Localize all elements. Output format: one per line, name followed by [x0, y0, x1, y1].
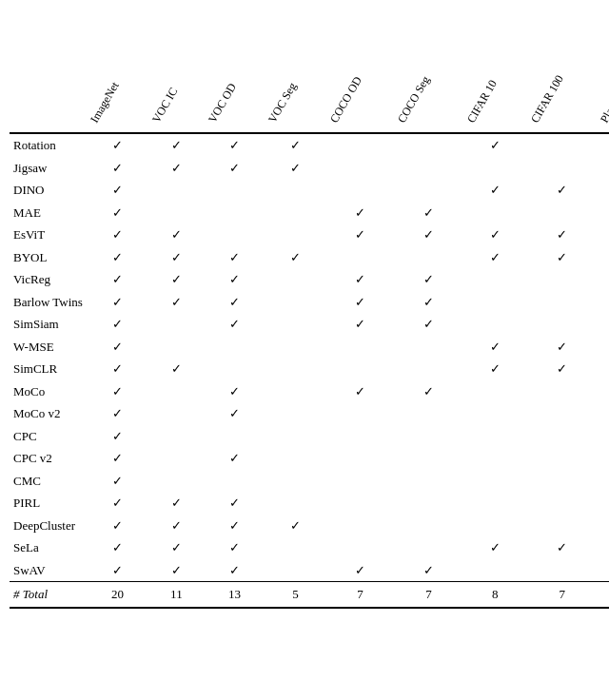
- checkmark-icon: ✓: [490, 183, 501, 197]
- checkmark-icon: ✓: [229, 161, 240, 175]
- method-label-byol: BYOL: [10, 246, 87, 269]
- cell-4-0: ✓: [87, 224, 148, 246]
- checkmark-icon: ✓: [355, 317, 365, 331]
- checkmark-icon: ✓: [557, 227, 567, 242]
- cell-13-8: [597, 425, 609, 448]
- cell-1-0: ✓: [87, 157, 148, 180]
- checkmark-icon: ✓: [423, 205, 434, 220]
- cell-10-5: [394, 358, 462, 380]
- cell-15-2: [205, 470, 265, 493]
- table-row: CMC✓: [10, 470, 609, 493]
- table-row: W-MSE✓✓✓: [10, 336, 609, 359]
- cell-10-0: ✓: [87, 358, 148, 380]
- cell-16-1: ✓: [148, 492, 204, 515]
- cell-6-1: ✓: [148, 268, 204, 291]
- checkmark-icon: ✓: [112, 183, 123, 197]
- cell-16-3: [265, 492, 325, 515]
- checkmark-icon: ✓: [355, 384, 365, 399]
- checkmark-icon: ✓: [490, 540, 501, 554]
- cell-10-1: ✓: [148, 358, 204, 380]
- checkmark-icon: ✓: [423, 272, 434, 286]
- cell-2-6: ✓: [463, 179, 527, 202]
- checkmark-icon: ✓: [490, 227, 501, 242]
- cell-5-2: ✓: [205, 246, 265, 269]
- method-label-w-mse: W-MSE: [10, 336, 87, 359]
- cell-8-7: [527, 313, 597, 336]
- checkmark-icon: ✓: [171, 496, 182, 510]
- total-value-2: 13: [205, 582, 265, 608]
- method-label-pirl: PIRL: [10, 492, 87, 515]
- checkmark-icon: ✓: [112, 451, 123, 465]
- checkmark-icon: ✓: [112, 272, 123, 286]
- cell-7-1: ✓: [148, 291, 204, 314]
- cell-17-7: [527, 515, 597, 537]
- col-header-voc-od: VOC OD: [205, 10, 265, 133]
- checkmark-icon: ✓: [490, 361, 501, 376]
- cell-19-2: ✓: [205, 559, 265, 582]
- checkmark-icon: ✓: [171, 540, 182, 554]
- col-header-voc-seg: VOC Seg: [265, 10, 325, 133]
- cell-19-7: [527, 559, 597, 582]
- cell-5-6: ✓: [463, 246, 527, 269]
- checkmark-icon: ✓: [112, 474, 123, 488]
- checkmark-icon: ✓: [557, 340, 567, 354]
- total-value-5: 7: [394, 582, 462, 608]
- cell-19-0: ✓: [87, 559, 148, 582]
- cell-16-2: ✓: [205, 492, 265, 515]
- checkmark-icon: ✓: [112, 205, 123, 220]
- table-row: CPC v2✓✓: [10, 447, 609, 470]
- cell-16-5: [394, 492, 462, 515]
- checkmark-icon: ✓: [229, 540, 240, 554]
- cell-9-7: ✓: [527, 336, 597, 359]
- cell-13-3: [265, 425, 325, 448]
- cell-14-4: [326, 447, 395, 470]
- cell-8-2: ✓: [205, 313, 265, 336]
- cell-7-8: [597, 291, 609, 314]
- checkmark-icon: ✓: [290, 138, 301, 152]
- checkmark-icon: ✓: [423, 295, 434, 309]
- checkmark-icon: ✓: [490, 250, 501, 264]
- checkmark-icon: ✓: [423, 384, 434, 399]
- checkmark-icon: ✓: [229, 295, 240, 309]
- cell-9-2: [205, 336, 265, 359]
- cell-1-2: ✓: [205, 157, 265, 180]
- col-header-coco-od: COCO OD: [326, 10, 395, 133]
- cell-13-4: [326, 425, 395, 448]
- cell-17-5: [394, 515, 462, 537]
- checkmark-icon: ✓: [355, 295, 365, 309]
- total-value-3: 5: [265, 582, 325, 608]
- cell-14-5: [394, 447, 462, 470]
- table-row: MAE✓✓✓✓: [10, 202, 609, 224]
- cell-12-2: ✓: [205, 402, 265, 425]
- cell-16-8: ✓: [597, 492, 609, 515]
- cell-14-8: [597, 447, 609, 470]
- cell-12-0: ✓: [87, 402, 148, 425]
- cell-4-1: ✓: [148, 224, 204, 246]
- cell-13-6: [463, 425, 527, 448]
- cell-7-7: [527, 291, 597, 314]
- cell-17-8: ✓: [597, 515, 609, 537]
- cell-14-6: [463, 447, 527, 470]
- col-header-voc-ic: VOC IC: [148, 10, 204, 133]
- cell-16-7: [527, 492, 597, 515]
- checkmark-icon: ✓: [112, 138, 123, 152]
- cell-9-0: ✓: [87, 336, 148, 359]
- cell-13-1: [148, 425, 204, 448]
- checkmark-icon: ✓: [171, 138, 182, 152]
- col-header-places-205: Places 205: [597, 10, 609, 133]
- cell-14-0: ✓: [87, 447, 148, 470]
- checkmark-icon: ✓: [355, 272, 365, 286]
- cell-4-4: ✓: [326, 224, 395, 246]
- checkmark-icon: ✓: [229, 384, 240, 399]
- checkmark-icon: ✓: [423, 563, 434, 577]
- totals-label: # Total: [10, 582, 87, 608]
- checkmark-icon: ✓: [112, 317, 123, 331]
- checkmark-icon: ✓: [112, 340, 123, 354]
- cell-3-7: [527, 202, 597, 224]
- cell-11-7: [527, 380, 597, 403]
- cell-8-0: ✓: [87, 313, 148, 336]
- cell-10-2: [205, 358, 265, 380]
- checkmark-icon: ✓: [171, 250, 182, 264]
- cell-18-7: ✓: [527, 536, 597, 559]
- cell-8-8: [597, 313, 609, 336]
